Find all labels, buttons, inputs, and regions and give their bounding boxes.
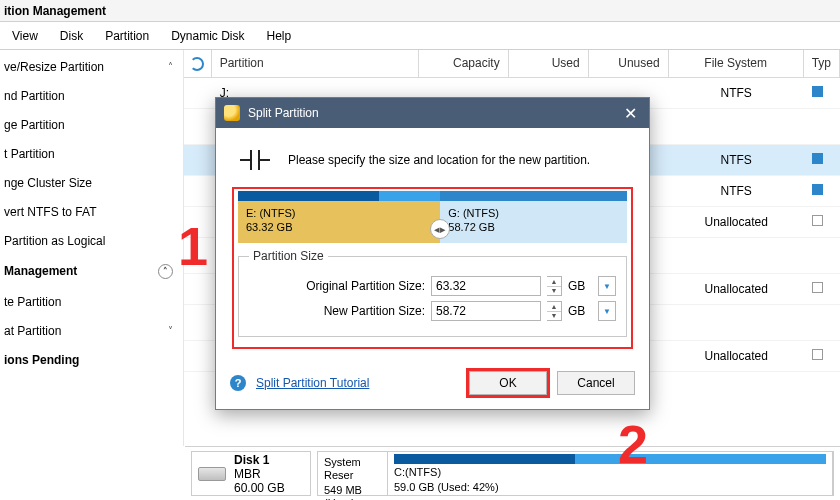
highlighted-region: E: (NTFS) 63.32 GB G: (NTFS) 58.72 GB ◂▸… <box>232 187 633 349</box>
window-title: ition Management <box>4 4 106 18</box>
type-square-icon <box>812 184 823 195</box>
menu-help[interactable]: Help <box>267 29 292 43</box>
new-size-stepper[interactable]: ▲▼ <box>547 301 562 321</box>
type-square-icon <box>812 153 823 164</box>
refresh-button[interactable] <box>184 50 212 77</box>
ok-button[interactable]: OK <box>469 371 547 395</box>
unit-label: GB <box>568 304 592 318</box>
sidebar-item-logical[interactable]: Partition as Logical <box>0 226 183 255</box>
dialog-title: Split Partition <box>248 106 319 120</box>
col-filesystem[interactable]: File System <box>669 50 804 77</box>
menu-bar: View Disk Partition Dynamic Disk Help <box>0 22 840 50</box>
disk-icon <box>198 467 226 481</box>
disk-name: Disk 1 <box>234 453 285 467</box>
menu-view[interactable]: View <box>12 29 38 43</box>
col-used[interactable]: Used <box>509 50 589 77</box>
new-size-input[interactable] <box>431 301 541 321</box>
sidebar-item-ntfs-fat[interactable]: vert NTFS to FAT <box>0 197 183 226</box>
partition-visualizer[interactable]: E: (NTFS) 63.32 GB G: (NTFS) 58.72 GB ◂▸ <box>238 191 627 243</box>
dialog-title-bar[interactable]: Split Partition ✕ <box>216 98 649 128</box>
type-square-icon <box>812 86 823 97</box>
new-size-label: New Partition Size: <box>249 304 425 318</box>
wizard-icon <box>224 105 240 121</box>
split-icon <box>240 148 270 172</box>
disk-info[interactable]: Disk 1 MBR 60.00 GB <box>191 451 311 496</box>
sidebar-item-split[interactable]: t Partition <box>0 139 183 168</box>
refresh-icon <box>190 57 204 71</box>
type-square-icon <box>812 349 823 360</box>
disk-map-c[interactable]: C:(NTFS) 59.0 GB (Used: 42%) <box>388 452 833 495</box>
original-size-label: Original Partition Size: <box>249 279 425 293</box>
type-square-icon <box>812 282 823 293</box>
sidebar-item-delete[interactable]: te Partition <box>0 287 183 316</box>
col-capacity[interactable]: Capacity <box>419 50 509 77</box>
disk-size: 60.00 GB <box>234 481 285 495</box>
disk-scheme: MBR <box>234 467 285 481</box>
sidebar-item-move-resize[interactable]: ve/Resize Partition˄ <box>0 52 183 81</box>
operations-pending-header: ions Pending <box>0 353 183 367</box>
help-icon[interactable]: ? <box>230 375 246 391</box>
partition-size-group: Partition Size Original Partition Size: … <box>238 249 627 337</box>
col-unused[interactable]: Unused <box>589 50 669 77</box>
chevron-down-icon: ˅ <box>168 325 173 336</box>
chevron-up-icon: ˄ <box>168 61 173 72</box>
unit-label: GB <box>568 279 592 293</box>
unit-dropdown[interactable]: ▼ <box>598 276 616 296</box>
partition-size-legend: Partition Size <box>249 249 328 263</box>
tutorial-link[interactable]: Split Partition Tutorial <box>256 376 369 390</box>
drag-icon: ◂▸ <box>434 223 446 236</box>
unit-dropdown[interactable]: ▼ <box>598 301 616 321</box>
callout-2: 2 <box>618 413 648 475</box>
type-square-icon <box>812 215 823 226</box>
col-type[interactable]: Typ <box>804 50 840 77</box>
col-partition[interactable]: Partition <box>212 50 419 77</box>
original-size-stepper[interactable]: ▲▼ <box>547 276 562 296</box>
viz-original-partition[interactable]: E: (NTFS) 63.32 GB <box>238 191 440 243</box>
disk-map-system[interactable]: System Reser 549 MB (Used <box>318 452 388 495</box>
sidebar-section-management[interactable]: Management ˄ <box>0 255 183 287</box>
disk-map: System Reser 549 MB (Used C:(NTFS) 59.0 … <box>317 451 834 496</box>
sidebar: ve/Resize Partition˄ nd Partition ge Par… <box>0 50 184 446</box>
window-title-bar: ition Management <box>0 0 840 22</box>
sidebar-item-merge[interactable]: ge Partition <box>0 110 183 139</box>
cancel-button[interactable]: Cancel <box>557 371 635 395</box>
close-icon: ✕ <box>624 104 637 123</box>
sidebar-item-extend[interactable]: nd Partition <box>0 81 183 110</box>
table-header: Partition Capacity Used Unused File Syst… <box>184 50 840 78</box>
sidebar-item-format[interactable]: at Partition˅ <box>0 316 183 345</box>
close-button[interactable]: ✕ <box>619 103 641 123</box>
menu-dynamic-disk[interactable]: Dynamic Disk <box>171 29 244 43</box>
original-size-input[interactable] <box>431 276 541 296</box>
dialog-instruction: Please specify the size and location for… <box>288 153 590 167</box>
collapse-icon[interactable]: ˄ <box>158 264 173 279</box>
menu-disk[interactable]: Disk <box>60 29 83 43</box>
disk-map-bar: Disk 1 MBR 60.00 GB System Reser 549 MB … <box>185 446 840 500</box>
viz-new-partition[interactable]: G: (NTFS) 58.72 GB <box>440 191 627 243</box>
menu-partition[interactable]: Partition <box>105 29 149 43</box>
callout-1: 1 <box>178 215 208 277</box>
split-partition-dialog: Split Partition ✕ Please specify the siz… <box>215 97 650 410</box>
sidebar-item-cluster[interactable]: nge Cluster Size <box>0 168 183 197</box>
